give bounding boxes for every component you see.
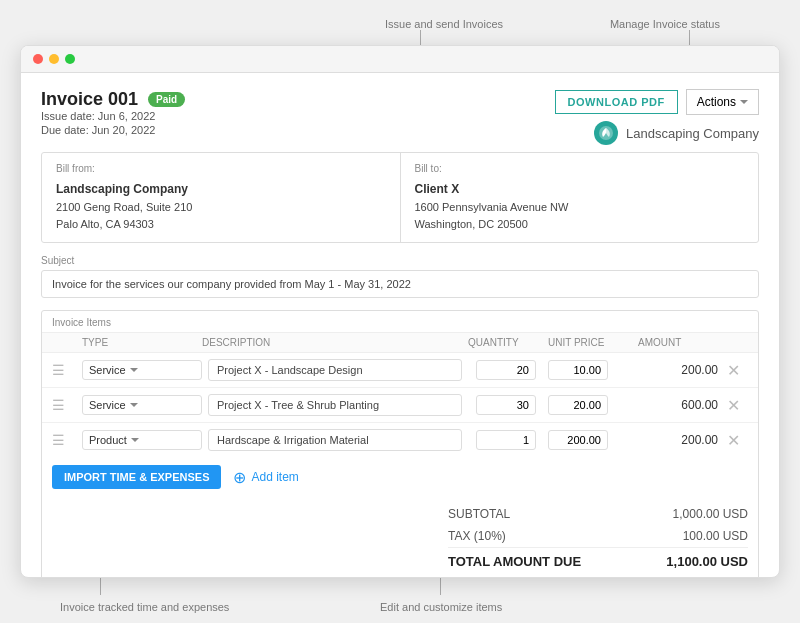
amount-value-0: 200.00 [638, 363, 718, 377]
remove-item-button-1[interactable]: ✕ [718, 396, 748, 415]
type-chevron-icon [130, 403, 138, 407]
items-section-label: Invoice Items [42, 311, 758, 333]
table-row: ☰ Service 200.00 ✕ [42, 353, 758, 388]
col-amount-header: AMOUNT [638, 337, 718, 348]
subject-label: Subject [41, 255, 759, 266]
bill-from-company: Landscaping Company [56, 182, 386, 196]
description-input-0[interactable] [208, 359, 462, 381]
table-row: ☰ Product 200.00 ✕ [42, 423, 758, 457]
chevron-down-icon [740, 100, 748, 104]
bill-from-col: Bill from: Landscaping Company 2100 Geng… [42, 153, 401, 242]
tax-value: 100.00 USD [683, 529, 748, 543]
company-icon [594, 121, 618, 145]
invoice-title-row: Invoice 001 Paid [41, 89, 185, 110]
total-due-row: TOTAL AMOUNT DUE 1,100.00 USD [448, 547, 748, 573]
amount-value-1: 600.00 [638, 398, 718, 412]
download-pdf-button[interactable]: DOWNLOAD PDF [555, 90, 678, 114]
tax-row: TAX (10%) 100.00 USD [448, 525, 748, 547]
bill-from-address: 2100 Geng Road, Suite 210 Palo Alto, CA … [56, 199, 386, 232]
type-select-0[interactable]: Service [82, 360, 202, 380]
bill-to-company: Client X [415, 182, 745, 196]
due-date: Due date: Jun 20, 2022 [41, 124, 185, 136]
total-value: 1,100.00 USD [666, 554, 748, 569]
invoice-dates: Issue date: Jun 6, 2022 Due date: Jun 20… [41, 110, 185, 136]
col-unit-price-header: UNIT PRICE [548, 337, 638, 348]
import-time-expenses-button[interactable]: IMPORT TIME & EXPENSES [52, 465, 221, 489]
invoice-title: Invoice 001 [41, 89, 138, 110]
totals-table: SUBTOTAL 1,000.00 USD TAX (10%) 100.00 U… [448, 503, 748, 573]
annotation-top-left: Issue and send Invoices [385, 18, 503, 30]
items-table-header: TYPE DESCRIPTION QUANTITY UNIT PRICE AMO… [42, 333, 758, 353]
subtotal-row: SUBTOTAL 1,000.00 USD [448, 503, 748, 525]
drag-handle[interactable]: ☰ [52, 362, 82, 378]
header-actions: DOWNLOAD PDF Actions [555, 89, 759, 145]
totals-section: SUBTOTAL 1,000.00 USD TAX (10%) 100.00 U… [42, 497, 758, 577]
add-item-label: Add item [251, 470, 298, 484]
total-label: TOTAL AMOUNT DUE [448, 554, 581, 569]
company-name-display: Landscaping Company [626, 126, 759, 141]
traffic-light-yellow[interactable] [49, 54, 59, 64]
type-select-1[interactable]: Service [82, 395, 202, 415]
quantity-input-1[interactable] [476, 395, 536, 415]
drag-handle[interactable]: ☰ [52, 397, 82, 413]
subtotal-label: SUBTOTAL [448, 507, 510, 521]
tax-label: TAX (10%) [448, 529, 506, 543]
add-item-button[interactable]: ⊕ Add item [233, 468, 298, 487]
drag-handle[interactable]: ☰ [52, 432, 82, 448]
browser-content: Invoice 001 Paid Issue date: Jun 6, 2022… [21, 73, 779, 577]
bill-from-label: Bill from: [56, 163, 386, 174]
subject-input[interactable] [41, 270, 759, 298]
col-quantity-header: QUANTITY [468, 337, 548, 348]
quantity-input-2[interactable] [476, 430, 536, 450]
unit-price-input-2[interactable] [548, 430, 608, 450]
type-chevron-icon [131, 438, 139, 442]
type-chevron-icon [130, 368, 138, 372]
leaf-icon [598, 125, 614, 141]
bill-to-col: Bill to: Client X 1600 Pennsylvania Aven… [401, 153, 759, 242]
table-row: ☰ Service 600.00 ✕ [42, 388, 758, 423]
description-input-1[interactable] [208, 394, 462, 416]
type-select-2[interactable]: Product [82, 430, 202, 450]
type-value-0: Service [89, 364, 126, 376]
annotation-bottom-right: Edit and customize items [380, 601, 502, 613]
annotation-bottom-left: Invoice tracked time and expenses [60, 601, 229, 613]
col-description-header: DESCRIPTION [202, 337, 468, 348]
bill-section: Bill from: Landscaping Company 2100 Geng… [41, 152, 759, 243]
plus-icon: ⊕ [233, 468, 246, 487]
remove-item-button-2[interactable]: ✕ [718, 431, 748, 450]
item-rows-container: ☰ Service 200.00 ✕ ☰ Service 600.00 ✕ ☰ [42, 353, 758, 457]
unit-price-input-1[interactable] [548, 395, 608, 415]
company-logo-row: Landscaping Company [555, 121, 759, 145]
amount-value-2: 200.00 [638, 433, 718, 447]
header-right: DOWNLOAD PDF Actions [555, 89, 759, 145]
col-type-header: TYPE [82, 337, 202, 348]
subtotal-value: 1,000.00 USD [673, 507, 748, 521]
browser-titlebar [21, 46, 779, 73]
quantity-input-0[interactable] [476, 360, 536, 380]
type-value-1: Service [89, 399, 126, 411]
browser-window: Invoice 001 Paid Issue date: Jun 6, 2022… [20, 45, 780, 578]
bill-to-address: 1600 Pennsylvania Avenue NW Washington, … [415, 199, 745, 232]
traffic-light-red[interactable] [33, 54, 43, 64]
actions-button[interactable]: Actions [686, 89, 759, 115]
items-actions: IMPORT TIME & EXPENSES ⊕ Add item [42, 457, 758, 497]
traffic-light-green[interactable] [65, 54, 75, 64]
type-value-2: Product [89, 434, 127, 446]
invoice-items-section: Invoice Items TYPE DESCRIPTION QUANTITY … [41, 310, 759, 577]
actions-label: Actions [697, 95, 736, 109]
status-badge: Paid [148, 92, 185, 107]
description-input-2[interactable] [208, 429, 462, 451]
annotation-top-right: Manage Invoice status [610, 18, 720, 30]
invoice-title-area: Invoice 001 Paid Issue date: Jun 6, 2022… [41, 89, 185, 148]
invoice-header: Invoice 001 Paid Issue date: Jun 6, 2022… [41, 89, 759, 148]
issue-date: Issue date: Jun 6, 2022 [41, 110, 185, 122]
remove-item-button-0[interactable]: ✕ [718, 361, 748, 380]
subject-section: Subject [41, 255, 759, 298]
bill-to-label: Bill to: [415, 163, 745, 174]
unit-price-input-0[interactable] [548, 360, 608, 380]
